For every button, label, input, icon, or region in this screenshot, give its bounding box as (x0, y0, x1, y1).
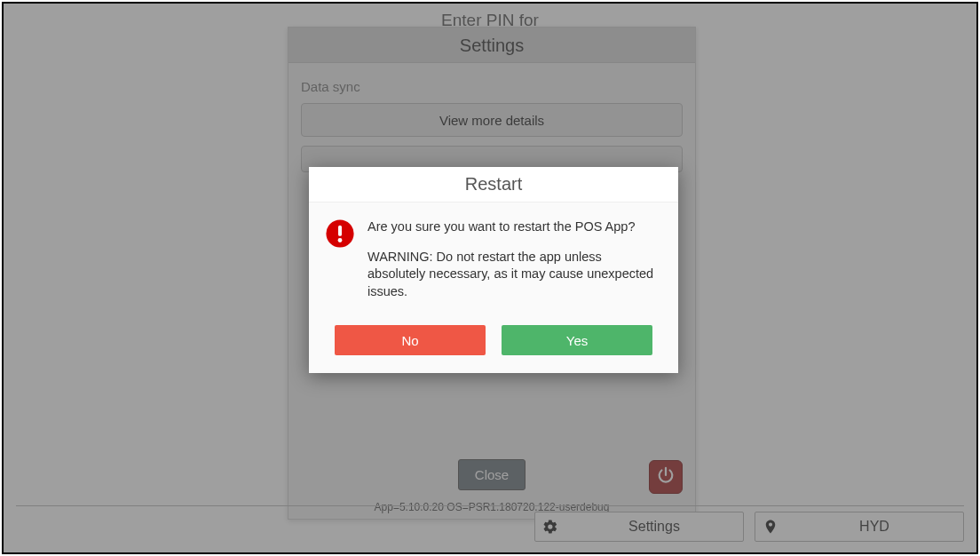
dialog-warning: WARNING: Do not restart the app unless a… (368, 249, 659, 301)
yes-button[interactable]: Yes (502, 325, 652, 355)
no-button[interactable]: No (335, 325, 486, 355)
svg-point-2 (338, 238, 343, 242)
dialog-question: Are you sure you want to restart the POS… (368, 218, 659, 236)
svg-rect-1 (338, 226, 342, 236)
dialog-title: Restart (309, 167, 678, 203)
restart-dialog: Restart Are you sure you want to restart… (309, 167, 678, 373)
alert-icon (325, 218, 355, 313)
